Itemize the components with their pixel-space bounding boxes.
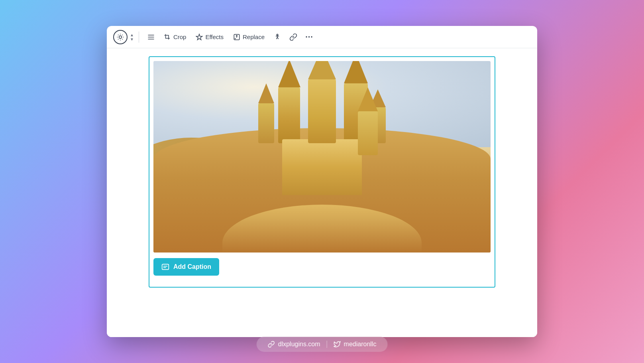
footer-link-medaron[interactable]: mediaronllc (334, 341, 377, 348)
add-caption-button[interactable]: Add Caption (153, 258, 219, 276)
footer-bar: dlxplugins.com mediaronllc (257, 337, 388, 352)
link-button[interactable] (286, 30, 300, 44)
up-arrow-icon[interactable]: ▲ (130, 33, 134, 37)
effects-button[interactable]: Effects (192, 31, 228, 43)
svg-point-0 (119, 36, 122, 38)
tower-center (308, 79, 336, 143)
down-arrow-icon[interactable]: ▼ (130, 37, 134, 41)
svg-point-5 (277, 34, 278, 35)
tower-front-right (358, 111, 378, 155)
castle-body (282, 139, 362, 195)
browser-window: ▲ ▼ Crop Effects (107, 26, 537, 337)
toolbar-divider-1 (139, 32, 139, 43)
replace-button[interactable]: Replace (229, 31, 269, 43)
footer-label-medaron: mediaronllc (344, 341, 377, 348)
svg-rect-6 (162, 264, 169, 269)
effects-label: Effects (205, 34, 224, 40)
twitter-icon (334, 341, 341, 348)
up-down-arrows[interactable]: ▲ ▼ (130, 33, 134, 41)
crop-label: Crop (173, 34, 187, 40)
image-block: Add Caption (149, 56, 495, 288)
image-selector-circle[interactable] (113, 30, 128, 44)
replace-label: Replace (243, 34, 265, 40)
align-button[interactable] (144, 30, 158, 44)
accessibility-button[interactable] (270, 30, 285, 44)
sandcastle-image (153, 61, 491, 253)
add-caption-label: Add Caption (173, 263, 211, 270)
tower-small-left (258, 103, 274, 143)
footer-label-dlx: dlxplugins.com (278, 341, 320, 348)
link-icon-dlx (268, 341, 275, 348)
crop-button[interactable]: Crop (160, 31, 190, 43)
caption-icon (161, 263, 169, 271)
content-area: Add Caption (107, 48, 537, 337)
footer-link-dlx[interactable]: dlxplugins.com (268, 341, 320, 348)
footer-divider (327, 341, 327, 348)
tower-left-tall (278, 87, 300, 143)
toolbar: ▲ ▼ Crop Effects (107, 26, 537, 48)
castle (246, 67, 398, 195)
more-options-button[interactable]: ··· (302, 30, 316, 44)
